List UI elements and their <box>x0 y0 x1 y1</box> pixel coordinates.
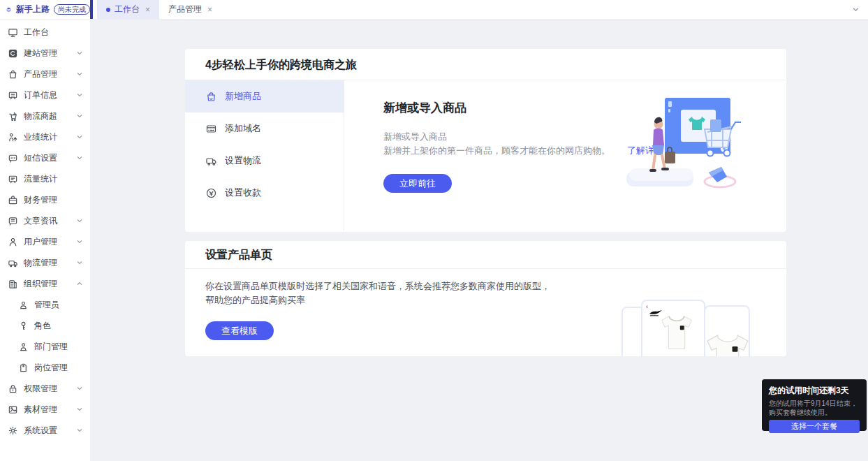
step-label: 设置物流 <box>225 154 261 167</box>
go-now-button[interactable]: 立即前往 <box>383 174 452 193</box>
material-image-icon <box>8 404 18 415</box>
sidebar-item-label: 素材管理 <box>24 404 57 416</box>
sidebar-item-系统设置[interactable]: 系统设置 <box>0 420 90 441</box>
tab-label: 产品管理 <box>168 3 202 15</box>
sidebar-item-岗位管理[interactable]: 岗位管理 <box>0 357 90 378</box>
panel-line1: 新增或导入商品 <box>383 130 786 144</box>
panel-heading: 新增或导入商品 <box>383 100 786 116</box>
sidebar-item-素材管理[interactable]: 素材管理 <box>0 399 90 420</box>
choose-plan-button[interactable]: 选择一个套餐 <box>769 420 860 433</box>
close-icon[interactable]: × <box>207 6 212 14</box>
sidebar-item-label: 用户管理 <box>24 236 57 248</box>
sidebar-item-管理员[interactable]: 管理员 <box>0 294 90 315</box>
onboarding-entry[interactable]: 新手上路 尚未完成 <box>0 0 90 19</box>
product-bag-icon <box>8 69 18 80</box>
chevron-down-icon <box>76 217 83 224</box>
sidebar-item-流量统计[interactable]: 流量统计 <box>0 168 90 189</box>
post-tag-icon <box>18 363 29 373</box>
finance-briefcase-icon <box>8 195 18 205</box>
step-item[interactable]: 新增商品 <box>185 80 344 112</box>
step-truck-icon <box>205 155 217 167</box>
onboarding-status-badge: 尚未完成 <box>54 4 90 15</box>
step-label: 新增商品 <box>225 90 261 103</box>
sidebar-item-label: 业绩统计 <box>24 131 57 143</box>
tshirt-image <box>704 326 750 356</box>
chevron-down-icon <box>76 238 83 245</box>
sidebar-item-label: 工作台 <box>24 27 49 38</box>
tab[interactable]: 工作台 × <box>97 0 159 19</box>
sms-bubble-icon <box>8 153 18 163</box>
role-key-icon <box>18 321 29 331</box>
step-item[interactable]: 设置收款 <box>185 177 344 209</box>
sidebar-item-部门管理[interactable]: 部门管理 <box>0 336 90 357</box>
sidebar-item-物流商超[interactable]: 物流商超 <box>0 105 90 126</box>
step-item[interactable]: 设置物流 <box>185 145 344 177</box>
card2-line1: 你在设置商品单页模版时选择了相关国家和语音，系统会推荐您多数商家使用的版型， <box>205 279 786 293</box>
settings-gear-icon <box>8 425 18 436</box>
tab[interactable]: 产品管理 × <box>159 0 221 19</box>
sidebar-item-文章资讯[interactable]: 文章资讯 <box>0 210 90 231</box>
trial-expiry-toast: 您的试用时间还剩3天 您的试用将于9月14日结束，购买套餐继续使用。 选择一个套… <box>762 379 867 431</box>
sidebar-item-工作台[interactable]: 工作台 <box>0 22 90 43</box>
sidebar-item-label: 订单信息 <box>24 89 57 101</box>
chevron-down-icon <box>76 133 83 140</box>
topbar-divider <box>90 0 93 19</box>
sidebar-item-业绩统计[interactable]: 业绩统计 <box>0 126 90 147</box>
logistics-truck-icon <box>8 258 18 268</box>
step-coin-icon <box>205 187 217 199</box>
order-board-icon <box>8 90 18 101</box>
sidebar-item-建站管理[interactable]: 建站管理 <box>0 43 90 64</box>
sidebar-item-label: 物流管理 <box>24 257 57 269</box>
dept-person-icon <box>18 342 29 352</box>
sidebar-item-订单信息[interactable]: 订单信息 <box>0 85 90 105</box>
sidebar-item-label: 角色 <box>34 320 51 332</box>
step-bag-icon <box>205 91 217 103</box>
sidebar-item-label: 系统设置 <box>24 425 57 437</box>
sidebar-item-label: 部门管理 <box>34 341 68 353</box>
admin-person-icon <box>18 300 29 310</box>
sidebar-item-产品管理[interactable]: 产品管理 <box>0 64 90 85</box>
step-domain-icon <box>205 123 217 135</box>
chevron-up-icon <box>76 280 83 287</box>
user-person-icon <box>8 237 18 247</box>
sidebar-item-label: 短信设置 <box>24 152 57 164</box>
step-item[interactable]: 添加域名 <box>185 112 344 145</box>
chevron-down-icon <box>76 112 83 119</box>
chevron-down-icon <box>76 406 83 413</box>
sidebar-item-label: 文章资讯 <box>24 215 57 227</box>
sidebar-item-财务管理[interactable]: 财务管理 <box>0 189 90 210</box>
store-cart-icon <box>8 111 18 122</box>
view-template-button[interactable]: 查看模版 <box>205 321 274 340</box>
sidebar-item-短信设置[interactable]: 短信设置 <box>0 147 90 168</box>
sidebar-item-label: 建站管理 <box>24 47 57 59</box>
chevron-down-icon <box>76 385 83 392</box>
close-icon[interactable]: × <box>145 6 150 14</box>
product-page-card: 设置产品单页 你在设置商品单页模版时选择了相关国家和语音，系统会推荐您多数商家使… <box>185 241 786 356</box>
tab-label: 工作台 <box>115 3 140 15</box>
collapse-chevron-down-icon[interactable] <box>852 0 868 19</box>
step-label: 添加域名 <box>225 122 261 135</box>
template-preview-mockups: ‹ NT$398.00 50% OFF <box>621 300 754 356</box>
tab-bar: 工作台 × 产品管理 × <box>97 0 221 19</box>
learn-more-link[interactable]: 了解详情 <box>627 145 663 156</box>
panel-line2: 新增并上架你的第一件商品，顾客才能在你的网店购物。了解详情 <box>383 144 786 158</box>
toast-title: 您的试用时间还剩3天 <box>769 385 860 397</box>
sidebar-item-权限管理[interactable]: 权限管理 <box>0 378 90 399</box>
toast-body: 您的试用将于9月14日结束，购买套餐继续使用。 <box>769 399 860 417</box>
topbar: 新手上路 尚未完成 工作台 × 产品管理 × <box>0 0 868 20</box>
sidebar-item-物流管理[interactable]: 物流管理 <box>0 252 90 273</box>
onboarding-stack-icon <box>6 4 12 15</box>
sidebar-item-组织管理[interactable]: 组织管理 <box>0 273 90 294</box>
onboarding-steps-card: 4步轻松上手你的跨境电商之旅 新增商品 添加域名 设置物流 设置收款 新增或导入… <box>185 49 786 232</box>
traffic-board-icon <box>8 174 18 184</box>
sidebar-item-用户管理[interactable]: 用户管理 <box>0 231 90 252</box>
chevron-down-icon <box>76 50 83 57</box>
sidebar-item-label: 权限管理 <box>24 383 57 395</box>
mockup-front: ‹ NT$398.00 50% OFF <box>641 300 705 356</box>
chevron-down-icon <box>76 154 83 161</box>
sidebar-item-label: 组织管理 <box>24 278 57 290</box>
sidebar: 工作台建站管理产品管理订单信息物流商超业绩统计短信设置流量统计财务管理文章资讯用… <box>0 20 91 461</box>
chevron-down-icon <box>76 427 83 434</box>
sidebar-item-角色[interactable]: 角色 <box>0 315 90 336</box>
sidebar-item-label: 物流商超 <box>24 110 57 122</box>
